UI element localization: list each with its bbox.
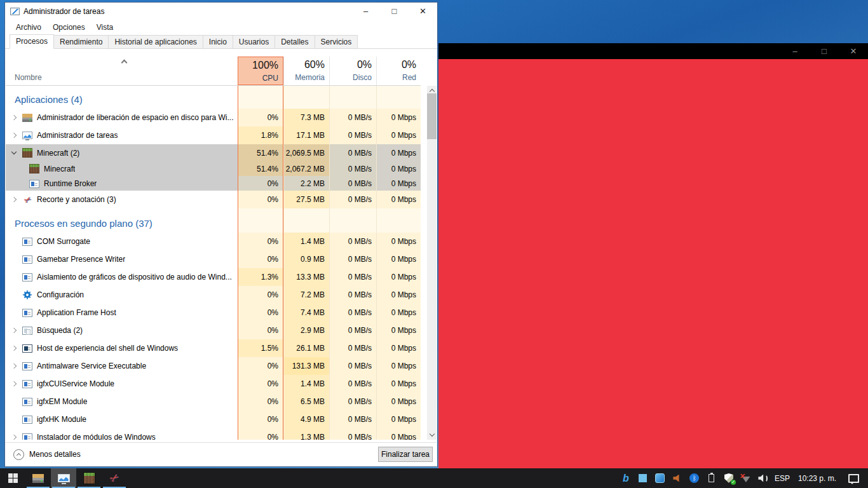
menu-archivo[interactable]: Archivo	[10, 21, 47, 34]
table-row[interactable]: Administrador de tareas1.8%17.1 MB0 MB/s…	[6, 126, 421, 144]
process-name: COM Surrogate	[37, 237, 90, 246]
process-name: Host de experiencia del shell de Windows	[37, 344, 178, 353]
window-icon	[22, 398, 32, 406]
chevron-right-icon[interactable]	[6, 329, 22, 332]
table-row[interactable]: igfxHK Module0%4.9 MB0 MB/s0 Mbps	[6, 410, 421, 428]
column-header-mem[interactable]: 60%Memoria	[283, 57, 329, 85]
taskbar-app-minecraft[interactable]	[76, 468, 102, 488]
column-header-disk[interactable]: 0%Disco	[329, 57, 376, 85]
maximize-button[interactable]: □	[380, 3, 409, 20]
process-name: Configuración	[37, 290, 84, 299]
column-header-cpu[interactable]: 100%CPU	[238, 57, 283, 85]
task-manager-icon	[10, 8, 20, 15]
tab-usuarios[interactable]: Usuarios	[233, 35, 275, 48]
table-row[interactable]: igfxEM Module0%6.5 MB0 MB/s0 Mbps	[6, 393, 421, 410]
taskbar-app-snip-sketch[interactable]	[102, 468, 127, 488]
menu-opciones[interactable]: Opciones	[47, 21, 91, 34]
cell-disk: 0 MB/s	[329, 375, 376, 393]
audio-manager-icon[interactable]	[672, 473, 683, 484]
language-indicator[interactable]: ESP	[775, 474, 790, 483]
cell-disk: 0 MB/s	[329, 233, 376, 250]
chevron-down-icon[interactable]	[6, 152, 22, 154]
defender-shield-icon[interactable]	[723, 473, 735, 484]
window-icon	[22, 380, 32, 388]
tab-rendimiento[interactable]: Rendimiento	[53, 35, 109, 48]
chevron-right-icon[interactable]	[6, 364, 22, 368]
minimize-button[interactable]: –	[780, 43, 810, 59]
action-center-icon[interactable]	[848, 474, 859, 483]
table-row[interactable]: Minecraft (2)51.4%2,069.5 MB0 MB/s0 Mbps	[6, 144, 421, 161]
cell-mem: 4.9 MB	[283, 410, 329, 428]
column-header-net[interactable]: 0%Red	[376, 57, 421, 85]
chevron-right-icon[interactable]	[6, 382, 22, 386]
cell-disk: 0 MB/s	[329, 339, 376, 357]
tab-procesos[interactable]: Procesos	[10, 34, 54, 49]
cell-disk: 0 MB/s	[329, 268, 376, 286]
diskcleanup-icon	[22, 114, 32, 122]
cell-cpu: 0%	[238, 393, 283, 410]
volume-icon[interactable]	[757, 473, 769, 484]
table-row[interactable]: Host de experiencia del shell de Windows…	[6, 339, 421, 357]
start-button[interactable]	[0, 468, 25, 488]
table-row[interactable]: Minecraft51.4%2,067.2 MB0 MB/s0 Mbps	[6, 161, 421, 176]
close-button[interactable]: ✕	[409, 3, 437, 20]
taskmgr-icon	[22, 132, 32, 139]
chevron-right-icon[interactable]	[6, 133, 22, 137]
cell-net: 0 Mbps	[376, 161, 421, 176]
table-row[interactable]: Recorte y anotación (3)0%27.5 MB0 MB/s0 …	[6, 191, 421, 208]
cell-cpu: 0%	[238, 410, 283, 428]
bing-icon[interactable]	[620, 473, 632, 484]
table-group-header[interactable]: Procesos en segundo plano (37)	[6, 208, 421, 233]
cell-disk: 0 MB/s	[329, 410, 376, 428]
cell-net: 0 Mbps	[376, 109, 421, 126]
titlebar[interactable]: Administrador de tareas – □ ✕	[5, 3, 437, 20]
less-details-button[interactable]: Menos detalles	[29, 450, 378, 459]
network-disconnected-icon[interactable]	[740, 473, 752, 484]
table-row[interactable]: Antimalware Service Executable0%131.3 MB…	[6, 357, 421, 375]
menu-vista[interactable]: Vista	[91, 21, 119, 34]
minecraft-red-screen	[438, 59, 868, 468]
cell-disk	[329, 208, 376, 233]
scrollbar-thumb[interactable]	[427, 93, 437, 139]
table-row[interactable]: Administrador de liberación de espacio e…	[6, 109, 421, 126]
table-row[interactable]: Búsqueda (2)0%2.9 MB0 MB/s0 Mbps	[6, 322, 421, 339]
cell-cpu: 0%	[238, 428, 283, 440]
chevron-right-icon[interactable]	[6, 435, 22, 439]
maximize-button[interactable]: □	[810, 43, 839, 59]
usb-icon[interactable]	[706, 473, 717, 484]
scroll-down-button[interactable]	[427, 430, 437, 440]
table-row[interactable]: Application Frame Host0%7.4 MB0 MB/s0 Mb…	[6, 304, 421, 322]
minimize-button[interactable]: –	[351, 3, 380, 20]
clock[interactable]: 10:23 p. m.	[798, 474, 836, 483]
tab-servicios[interactable]: Servicios	[315, 35, 358, 48]
blue-app-icon[interactable]	[654, 473, 666, 484]
table-row[interactable]: Instalador de módulos de Windows0%1.3 MB…	[6, 428, 421, 440]
process-name: igfxHK Module	[37, 415, 86, 424]
collapse-circle-icon[interactable]	[13, 449, 24, 460]
chevron-right-icon[interactable]	[6, 198, 22, 201]
table-row[interactable]: Aislamiento de gráficos de dispositivo d…	[6, 268, 421, 286]
table-row[interactable]: Runtime Broker0%2.2 MB0 MB/s0 Mbps	[6, 176, 421, 191]
taskbar-app-task-manager[interactable]	[51, 468, 76, 488]
end-task-button[interactable]: Finalizar tarea	[378, 447, 433, 462]
chevron-right-icon[interactable]	[6, 346, 22, 350]
chevron-right-icon[interactable]	[6, 116, 22, 119]
scrollbar[interactable]	[427, 86, 437, 440]
taskbar-app-disk-cleanup[interactable]	[25, 468, 51, 488]
tab-detalles[interactable]: Detalles	[275, 35, 315, 48]
table-row[interactable]: Configuración0%7.2 MB0 MB/s0 Mbps	[6, 286, 421, 304]
table-group-header[interactable]: Aplicaciones (4)	[6, 86, 421, 109]
close-button[interactable]: ✕	[839, 43, 868, 59]
table-row[interactable]: Gamebar Presence Writer0%0.9 MB0 MB/s0 M…	[6, 250, 421, 268]
snip-sketch-icon	[109, 473, 120, 484]
blue-square-icon[interactable]	[637, 473, 649, 484]
cell-mem	[283, 86, 329, 109]
tab-historial[interactable]: Historial de aplicaciones	[108, 35, 203, 48]
bluetooth-icon[interactable]	[689, 473, 700, 484]
cell-mem: 2.9 MB	[283, 322, 329, 339]
name-column-header[interactable]: Nombre	[6, 57, 238, 85]
tab-inicio[interactable]: Inicio	[203, 35, 233, 48]
table-row[interactable]: COM Surrogate0%1.4 MB0 MB/s0 Mbps	[6, 233, 421, 250]
cell-cpu: 0%	[238, 176, 283, 191]
table-row[interactable]: igfxCUIService Module0%1.4 MB0 MB/s0 Mbp…	[6, 375, 421, 393]
